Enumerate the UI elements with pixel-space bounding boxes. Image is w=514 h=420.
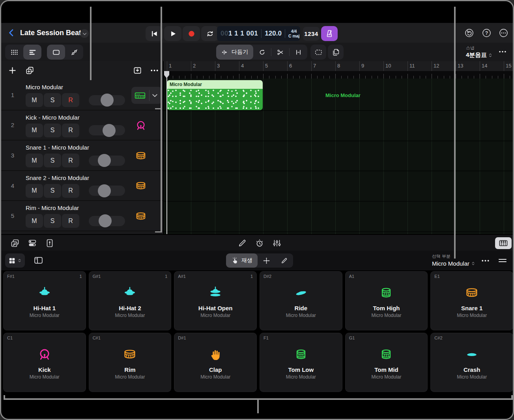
record-enable-button[interactable]: R xyxy=(62,214,79,228)
playhead-line[interactable] xyxy=(166,71,167,234)
record-enable-button[interactable]: R xyxy=(62,124,79,137)
lcd-display[interactable]: 001 1 1 001 120.0 4/4 C maj xyxy=(217,26,300,41)
track-row[interactable]: 4 Snare 2 - Micro Modular M S R xyxy=(1,171,163,201)
drum-pad[interactable]: A1 Tom High Micro Modular xyxy=(345,271,428,330)
join-tool-button[interactable] xyxy=(290,45,307,60)
bar-ruler[interactable]: 123456789101112131415 xyxy=(164,61,514,71)
record-enable-button[interactable]: R xyxy=(62,154,79,167)
drum-pad[interactable]: A#1 1 Hi-Hat Open Micro Modular xyxy=(174,271,257,330)
undo-button[interactable] xyxy=(464,28,474,38)
pads-resize-handle[interactable] xyxy=(497,256,508,265)
automation-mode-button[interactable] xyxy=(65,45,83,60)
pad-edit-mode-button[interactable] xyxy=(275,253,293,268)
toolbar-more-button[interactable] xyxy=(498,47,507,56)
volume-slider[interactable] xyxy=(89,216,125,226)
volume-knob[interactable] xyxy=(101,94,114,107)
browser-button[interactable] xyxy=(10,238,20,248)
callout-line-2 xyxy=(161,7,162,232)
regions-mode-button[interactable] xyxy=(47,45,65,60)
drum-pad[interactable]: C#1 Rim Micro Modular xyxy=(89,333,172,392)
solo-button[interactable]: S xyxy=(44,154,61,167)
track-list-more-button[interactable] xyxy=(150,66,159,75)
track-row[interactable]: 5 Rim - Micro Modular M S R xyxy=(1,201,163,231)
solo-button[interactable]: S xyxy=(44,214,61,228)
instrument-button[interactable] xyxy=(132,208,163,225)
hihat-closed-icon xyxy=(123,286,137,300)
track-row[interactable]: 2 Kick - Micro Modular M S R xyxy=(1,111,163,141)
instrument-button[interactable] xyxy=(132,117,163,134)
instrument-button[interactable] xyxy=(132,178,163,195)
pad-play-mode-button[interactable]: 재생 xyxy=(226,253,258,268)
plugin-button[interactable] xyxy=(45,238,54,248)
midi-region[interactable]: Micro Modular xyxy=(167,80,263,110)
controls-button[interactable] xyxy=(28,238,37,248)
project-menu-button[interactable] xyxy=(80,29,89,38)
solo-button[interactable]: S xyxy=(44,184,61,198)
record-button[interactable] xyxy=(183,26,200,41)
count-in-button[interactable]: 1234 xyxy=(303,27,320,41)
project-title[interactable]: Late Session Beat xyxy=(20,29,81,37)
sidebar-toggle-button[interactable] xyxy=(34,255,43,265)
volume-knob[interactable] xyxy=(98,184,111,197)
volume-slider[interactable] xyxy=(89,95,125,105)
drum-pad[interactable]: C1 Kick Micro Modular xyxy=(3,333,86,392)
drum-pad[interactable]: F#1 1 Hi-Hat 1 Micro Modular xyxy=(3,271,86,330)
marquee-select-button[interactable] xyxy=(310,45,326,60)
volume-knob[interactable] xyxy=(98,154,111,167)
volume-knob[interactable] xyxy=(99,214,112,227)
loop-tool-button[interactable] xyxy=(253,45,271,60)
pad-note-label: E1 xyxy=(434,274,439,279)
paste-button[interactable] xyxy=(328,45,344,60)
split-tool-button[interactable] xyxy=(271,45,289,60)
record-enable-button[interactable]: R xyxy=(62,93,79,107)
transport-controls xyxy=(146,26,219,41)
instrument-button[interactable] xyxy=(131,87,162,104)
snap-control[interactable]: 스냅 4분음표 xyxy=(466,45,493,59)
drum-pad[interactable]: G1 Tom Mid Micro Modular xyxy=(345,333,428,392)
callout-line-3 xyxy=(454,7,456,259)
cycle-button[interactable] xyxy=(201,26,219,41)
more-options-button[interactable] xyxy=(499,28,508,38)
solo-button[interactable]: S xyxy=(44,124,61,137)
tracks-icon xyxy=(28,48,37,56)
instrument-button[interactable] xyxy=(132,147,163,164)
record-enable-button[interactable]: R xyxy=(62,184,79,198)
mute-button[interactable]: M xyxy=(26,93,43,107)
pads-more-button[interactable] xyxy=(481,256,490,265)
drum-pad[interactable]: D#2 Ride Micro Modular xyxy=(260,271,342,330)
trim-tool-button[interactable]: 다듬기 xyxy=(216,45,253,60)
drum-pad[interactable]: C#2 Crash Micro Modular xyxy=(430,333,513,392)
drum-pad[interactable]: D#1 Clap Micro Modular xyxy=(174,333,257,392)
tracks-view-button[interactable] xyxy=(23,45,41,60)
track-row[interactable]: 1 Micro Modular M S R xyxy=(1,80,163,111)
drum-pad[interactable]: E1 Snare 1 Micro Modular xyxy=(430,271,513,330)
back-button[interactable] xyxy=(7,28,16,38)
time-quantize-button[interactable] xyxy=(255,238,264,248)
play-button[interactable] xyxy=(164,26,181,41)
duplicate-track-button[interactable] xyxy=(25,66,34,75)
metronome-button[interactable] xyxy=(321,26,338,41)
volume-slider[interactable] xyxy=(89,125,125,135)
track-stack-button[interactable] xyxy=(133,66,142,75)
track-disclosure-chevron[interactable] xyxy=(151,92,158,99)
solo-button[interactable]: S xyxy=(44,93,61,107)
pad-move-mode-button[interactable] xyxy=(258,253,275,268)
track-row[interactable]: 3 Snare 1 - Micro Modular M S R xyxy=(1,141,163,171)
pad-layout-button[interactable] xyxy=(5,253,25,268)
cell-grid-view-button[interactable] xyxy=(5,45,23,60)
volume-slider[interactable] xyxy=(89,186,125,196)
mute-button[interactable]: M xyxy=(26,154,43,167)
editor-pencil-button[interactable] xyxy=(237,238,247,248)
add-track-button[interactable] xyxy=(8,66,17,75)
volume-slider[interactable] xyxy=(89,156,125,166)
help-button[interactable]: ? xyxy=(482,28,492,38)
play-surface-button[interactable] xyxy=(495,237,512,249)
mute-button[interactable]: M xyxy=(26,184,43,198)
ruler-tick-strip[interactable] xyxy=(164,71,514,79)
mute-button[interactable]: M xyxy=(26,214,43,228)
mute-button[interactable]: M xyxy=(26,124,43,137)
drum-pad[interactable]: G#1 1 Hi-Hat 2 Micro Modular xyxy=(89,271,172,330)
volume-knob[interactable] xyxy=(103,124,116,137)
mixer-button[interactable] xyxy=(272,238,282,248)
drum-pad[interactable]: F1 Tom Low Micro Modular xyxy=(260,333,342,392)
